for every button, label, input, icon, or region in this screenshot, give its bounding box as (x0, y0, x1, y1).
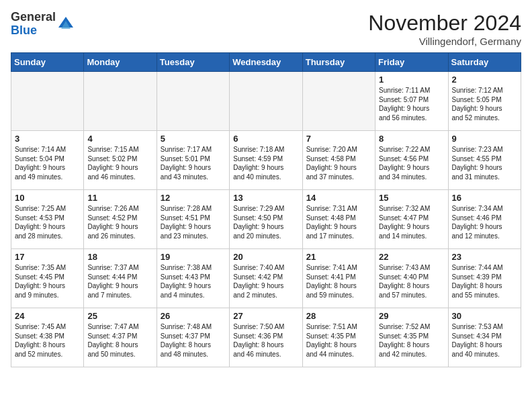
calendar-cell: 19Sunrise: 7:38 AM Sunset: 4:43 PM Dayli… (157, 249, 229, 308)
week-row-4: 17Sunrise: 7:35 AM Sunset: 4:45 PM Dayli… (11, 249, 521, 308)
day-info: Sunrise: 7:35 AM Sunset: 4:45 PM Dayligh… (15, 263, 80, 300)
calendar-cell: 20Sunrise: 7:40 AM Sunset: 4:42 PM Dayli… (230, 249, 302, 308)
logo-icon (56, 14, 76, 34)
day-info: Sunrise: 7:25 AM Sunset: 4:53 PM Dayligh… (15, 204, 80, 240)
day-number: 14 (306, 193, 371, 203)
day-info: Sunrise: 7:38 AM Sunset: 4:43 PM Dayligh… (161, 263, 226, 300)
day-number: 23 (452, 252, 517, 262)
week-row-1: 1Sunrise: 7:11 AM Sunset: 5:07 PM Daylig… (11, 72, 521, 131)
day-info: Sunrise: 7:26 AM Sunset: 4:52 PM Dayligh… (87, 204, 152, 240)
calendar-cell: 14Sunrise: 7:31 AM Sunset: 4:48 PM Dayli… (302, 190, 375, 249)
day-info: Sunrise: 7:28 AM Sunset: 4:51 PM Dayligh… (161, 204, 226, 240)
day-info: Sunrise: 7:15 AM Sunset: 5:02 PM Dayligh… (87, 145, 152, 181)
day-number: 3 (15, 134, 80, 144)
day-info: Sunrise: 7:18 AM Sunset: 4:59 PM Dayligh… (233, 145, 298, 181)
day-number: 2 (452, 75, 517, 85)
day-number: 17 (15, 252, 80, 262)
weekday-header-sunday: Sunday (11, 53, 84, 72)
calendar-cell: 4Sunrise: 7:15 AM Sunset: 5:02 PM Daylig… (84, 131, 157, 190)
calendar-cell: 26Sunrise: 7:48 AM Sunset: 4:37 PM Dayli… (157, 308, 229, 367)
day-number: 29 (379, 311, 444, 321)
calendar-cell: 15Sunrise: 7:32 AM Sunset: 4:47 PM Dayli… (375, 190, 448, 249)
weekday-header-row: SundayMondayTuesdayWednesdayThursdayFrid… (11, 53, 521, 72)
calendar-cell: 5Sunrise: 7:17 AM Sunset: 5:01 PM Daylig… (157, 131, 229, 190)
day-info: Sunrise: 7:43 AM Sunset: 4:40 PM Dayligh… (379, 263, 444, 300)
day-info: Sunrise: 7:14 AM Sunset: 5:04 PM Dayligh… (15, 145, 80, 181)
calendar-cell: 13Sunrise: 7:29 AM Sunset: 4:50 PM Dayli… (230, 190, 302, 249)
calendar-cell: 16Sunrise: 7:34 AM Sunset: 4:46 PM Dayli… (448, 190, 521, 249)
day-info: Sunrise: 7:12 AM Sunset: 5:05 PM Dayligh… (452, 86, 517, 122)
calendar-cell: 25Sunrise: 7:47 AM Sunset: 4:37 PM Dayli… (84, 308, 157, 367)
calendar-cell: 12Sunrise: 7:28 AM Sunset: 4:51 PM Dayli… (157, 190, 229, 249)
day-info: Sunrise: 7:23 AM Sunset: 4:55 PM Dayligh… (452, 145, 517, 181)
day-info: Sunrise: 7:29 AM Sunset: 4:50 PM Dayligh… (233, 204, 298, 240)
day-info: Sunrise: 7:50 AM Sunset: 4:36 PM Dayligh… (233, 322, 298, 359)
calendar-table: SundayMondayTuesdayWednesdayThursdayFrid… (11, 52, 521, 367)
calendar-cell: 22Sunrise: 7:43 AM Sunset: 4:40 PM Dayli… (375, 249, 448, 308)
day-info: Sunrise: 7:52 AM Sunset: 4:35 PM Dayligh… (379, 322, 444, 359)
day-number: 16 (452, 193, 517, 203)
day-number: 18 (87, 252, 152, 262)
weekday-header-monday: Monday (84, 53, 157, 72)
day-number: 4 (87, 134, 152, 144)
day-number: 26 (161, 311, 226, 321)
day-number: 10 (15, 193, 80, 203)
weekday-header-thursday: Thursday (302, 53, 375, 72)
title-block: November 2024 Villingendorf, Germany (368, 11, 521, 47)
day-info: Sunrise: 7:22 AM Sunset: 4:56 PM Dayligh… (379, 145, 444, 181)
day-number: 6 (233, 134, 298, 144)
week-row-5: 24Sunrise: 7:45 AM Sunset: 4:38 PM Dayli… (11, 308, 521, 367)
day-number: 21 (306, 252, 371, 262)
day-info: Sunrise: 7:47 AM Sunset: 4:37 PM Dayligh… (87, 322, 152, 359)
calendar-cell: 8Sunrise: 7:22 AM Sunset: 4:56 PM Daylig… (375, 131, 448, 190)
day-info: Sunrise: 7:20 AM Sunset: 4:58 PM Dayligh… (306, 145, 371, 181)
day-number: 19 (161, 252, 226, 262)
day-info: Sunrise: 7:44 AM Sunset: 4:39 PM Dayligh… (452, 263, 517, 300)
calendar-cell: 29Sunrise: 7:52 AM Sunset: 4:35 PM Dayli… (375, 308, 448, 367)
weekday-header-tuesday: Tuesday (157, 53, 229, 72)
day-info: Sunrise: 7:11 AM Sunset: 5:07 PM Dayligh… (379, 86, 444, 122)
location: Villingendorf, Germany (368, 36, 521, 47)
calendar-cell (11, 72, 84, 131)
day-info: Sunrise: 7:45 AM Sunset: 4:38 PM Dayligh… (15, 322, 80, 359)
day-info: Sunrise: 7:48 AM Sunset: 4:37 PM Dayligh… (161, 322, 226, 359)
day-number: 13 (233, 193, 298, 203)
calendar-cell (230, 72, 302, 131)
calendar-cell: 30Sunrise: 7:53 AM Sunset: 4:34 PM Dayli… (448, 308, 521, 367)
calendar-cell: 10Sunrise: 7:25 AM Sunset: 4:53 PM Dayli… (11, 190, 84, 249)
day-number: 1 (379, 75, 444, 85)
calendar-cell: 3Sunrise: 7:14 AM Sunset: 5:04 PM Daylig… (11, 131, 84, 190)
day-number: 15 (379, 193, 444, 203)
logo: General Blue (11, 11, 76, 38)
calendar-cell: 23Sunrise: 7:44 AM Sunset: 4:39 PM Dayli… (448, 249, 521, 308)
page-header: General Blue November 2024 Villingendorf… (11, 11, 521, 47)
day-number: 20 (233, 252, 298, 262)
calendar-cell: 7Sunrise: 7:20 AM Sunset: 4:58 PM Daylig… (302, 131, 375, 190)
calendar-cell: 17Sunrise: 7:35 AM Sunset: 4:45 PM Dayli… (11, 249, 84, 308)
logo-blue: Blue (11, 24, 56, 38)
day-number: 30 (452, 311, 517, 321)
weekday-header-saturday: Saturday (448, 53, 521, 72)
day-number: 9 (452, 134, 517, 144)
day-number: 11 (87, 193, 152, 203)
calendar-cell: 11Sunrise: 7:26 AM Sunset: 4:52 PM Dayli… (84, 190, 157, 249)
week-row-3: 10Sunrise: 7:25 AM Sunset: 4:53 PM Dayli… (11, 190, 521, 249)
day-number: 12 (161, 193, 226, 203)
day-number: 8 (379, 134, 444, 144)
weekday-header-wednesday: Wednesday (230, 53, 302, 72)
day-number: 28 (306, 311, 371, 321)
day-info: Sunrise: 7:40 AM Sunset: 4:42 PM Dayligh… (233, 263, 298, 300)
day-number: 27 (233, 311, 298, 321)
calendar-cell: 6Sunrise: 7:18 AM Sunset: 4:59 PM Daylig… (230, 131, 302, 190)
calendar-cell: 2Sunrise: 7:12 AM Sunset: 5:05 PM Daylig… (448, 72, 521, 131)
day-info: Sunrise: 7:17 AM Sunset: 5:01 PM Dayligh… (161, 145, 226, 181)
day-number: 22 (379, 252, 444, 262)
calendar-cell: 24Sunrise: 7:45 AM Sunset: 4:38 PM Dayli… (11, 308, 84, 367)
week-row-2: 3Sunrise: 7:14 AM Sunset: 5:04 PM Daylig… (11, 131, 521, 190)
day-number: 7 (306, 134, 371, 144)
weekday-header-friday: Friday (375, 53, 448, 72)
month-title: November 2024 (368, 11, 521, 36)
day-info: Sunrise: 7:53 AM Sunset: 4:34 PM Dayligh… (452, 322, 517, 359)
calendar-cell: 28Sunrise: 7:51 AM Sunset: 4:35 PM Dayli… (302, 308, 375, 367)
calendar-cell (157, 72, 229, 131)
